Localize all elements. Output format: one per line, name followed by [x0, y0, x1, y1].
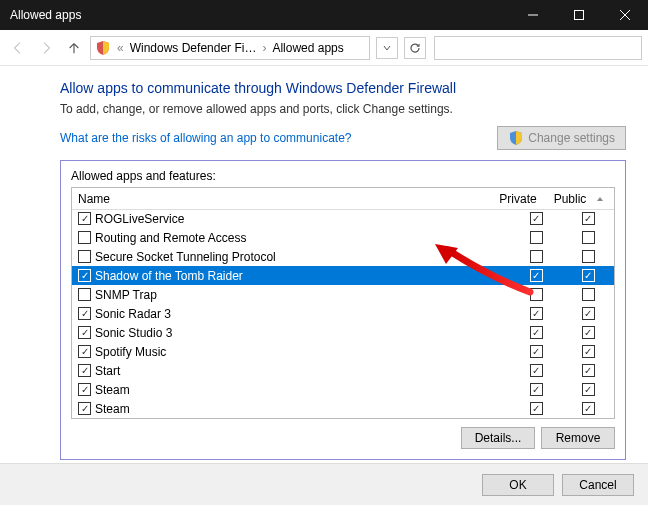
up-button[interactable]	[62, 36, 86, 60]
checkbox[interactable]: ✓	[582, 307, 595, 320]
ok-button[interactable]: OK	[482, 474, 554, 496]
page-subtext: To add, change, or remove allowed apps a…	[60, 102, 626, 116]
dialog-buttons: OK Cancel	[0, 463, 648, 505]
checkbox[interactable]	[78, 288, 91, 301]
row-name: Sonic Studio 3	[91, 326, 510, 340]
checkbox[interactable]: ✓	[78, 326, 91, 339]
change-settings-button[interactable]: Change settings	[497, 126, 626, 150]
row-name: Spotify Music	[91, 345, 510, 359]
scroll-header-spacer	[596, 192, 614, 206]
apps-list: Name Private Public Remote Volume Manage…	[71, 187, 615, 419]
checkbox[interactable]: ✓	[530, 212, 543, 225]
checkbox[interactable]	[78, 250, 91, 263]
table-row[interactable]: ✓Steam✓✓	[72, 380, 614, 399]
table-row[interactable]: Secure Socket Tunneling Protocol	[72, 247, 614, 266]
table-row[interactable]: ✓Sonic Studio 3✓✓	[72, 323, 614, 342]
row-name: SNMP Trap	[91, 288, 510, 302]
checkbox[interactable]: ✓	[78, 345, 91, 358]
maximize-button[interactable]	[556, 0, 602, 30]
checkbox[interactable]: ✓	[582, 212, 595, 225]
checkbox[interactable]: ✓	[530, 402, 543, 415]
checkbox[interactable]: ✓	[78, 212, 91, 225]
checkbox[interactable]: ✓	[582, 402, 595, 415]
table-row[interactable]: Routing and Remote Access	[72, 228, 614, 247]
address-dropdown[interactable]	[376, 37, 398, 59]
minimize-button[interactable]	[510, 0, 556, 30]
checkbox[interactable]: ✓	[582, 269, 595, 282]
chevron-right-icon: «	[117, 41, 124, 55]
address-bar[interactable]: « Windows Defender Fi… › Allowed apps	[90, 36, 370, 60]
window-title: Allowed apps	[10, 8, 510, 22]
checkbox[interactable]	[530, 231, 543, 244]
table-row[interactable]: ✓Shadow of the Tomb Raider✓✓	[72, 266, 614, 285]
list-header: Name Private Public	[72, 188, 614, 210]
table-row[interactable]: ✓ROGLiveService✓✓	[72, 210, 614, 228]
checkbox[interactable]: ✓	[78, 307, 91, 320]
checkbox[interactable]: ✓	[78, 402, 91, 415]
checkbox[interactable]	[530, 288, 543, 301]
nav-row: « Windows Defender Fi… › Allowed apps	[0, 30, 648, 66]
row-name: Steam	[91, 383, 510, 397]
checkbox[interactable]: ✓	[530, 383, 543, 396]
window-buttons	[510, 0, 648, 30]
checkbox[interactable]: ✓	[582, 326, 595, 339]
close-button[interactable]	[602, 0, 648, 30]
shield-icon	[508, 130, 524, 146]
checkbox[interactable]: ✓	[78, 269, 91, 282]
checkbox[interactable]: ✓	[530, 326, 543, 339]
checkbox[interactable]: ✓	[530, 345, 543, 358]
table-row[interactable]: SNMP Trap	[72, 285, 614, 304]
titlebar: Allowed apps	[0, 0, 648, 30]
search-input[interactable]	[434, 36, 642, 60]
row-name: Start	[91, 364, 510, 378]
forward-button[interactable]	[34, 36, 58, 60]
svg-rect-1	[575, 11, 584, 20]
checkbox[interactable]	[582, 288, 595, 301]
checkbox[interactable]	[530, 250, 543, 263]
checkbox[interactable]: ✓	[582, 383, 595, 396]
refresh-button[interactable]	[404, 37, 426, 59]
apps-panel: Allowed apps and features: Name Private …	[60, 160, 626, 460]
checkbox[interactable]: ✓	[78, 383, 91, 396]
checkbox[interactable]: ✓	[530, 307, 543, 320]
checkbox[interactable]: ✓	[78, 364, 91, 377]
checkbox[interactable]	[582, 231, 595, 244]
table-row[interactable]: ✓Steam✓✓	[72, 399, 614, 418]
row-name: Sonic Radar 3	[91, 307, 510, 321]
row-name: Secure Socket Tunneling Protocol	[91, 250, 510, 264]
table-row[interactable]: ✓Spotify Music✓✓	[72, 342, 614, 361]
row-name: Steam	[91, 402, 510, 416]
shield-icon	[95, 40, 111, 56]
list-body[interactable]: Remote Volume Management✓ROGLiveService✓…	[72, 210, 614, 418]
remove-button[interactable]: Remove	[541, 427, 615, 449]
checkbox[interactable]: ✓	[582, 364, 595, 377]
risks-link[interactable]: What are the risks of allowing an app to…	[60, 131, 351, 145]
col-name[interactable]: Name	[72, 192, 492, 206]
back-button[interactable]	[6, 36, 30, 60]
row-name: ROGLiveService	[91, 212, 510, 226]
page-heading: Allow apps to communicate through Window…	[60, 80, 626, 96]
change-settings-label: Change settings	[528, 131, 615, 145]
table-row[interactable]: ✓Sonic Radar 3✓✓	[72, 304, 614, 323]
breadcrumb-1[interactable]: Windows Defender Fi…	[130, 41, 257, 55]
panel-label: Allowed apps and features:	[71, 169, 615, 183]
checkbox[interactable]	[78, 231, 91, 244]
content: Allow apps to communicate through Window…	[0, 66, 648, 492]
checkbox[interactable]: ✓	[582, 345, 595, 358]
breadcrumb-2[interactable]: Allowed apps	[272, 41, 343, 55]
cancel-button[interactable]: Cancel	[562, 474, 634, 496]
chevron-right-icon: ›	[262, 41, 266, 55]
col-public[interactable]: Public	[544, 192, 596, 206]
row-name: Shadow of the Tomb Raider	[91, 269, 510, 283]
checkbox[interactable]	[582, 250, 595, 263]
details-button[interactable]: Details...	[461, 427, 535, 449]
table-row[interactable]: ✓Start✓✓	[72, 361, 614, 380]
checkbox[interactable]: ✓	[530, 269, 543, 282]
checkbox[interactable]: ✓	[530, 364, 543, 377]
col-private[interactable]: Private	[492, 192, 544, 206]
row-name: Routing and Remote Access	[91, 231, 510, 245]
